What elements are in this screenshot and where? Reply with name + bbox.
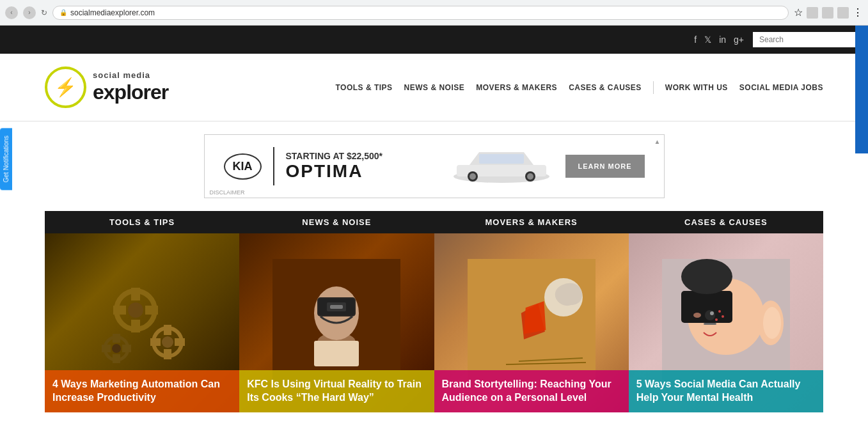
star-icon[interactable]: ☆ <box>794 6 803 19</box>
ad-icon: ▲ <box>654 138 661 145</box>
address-bar[interactable]: 🔒 socialmediaexplorer.com <box>52 6 789 20</box>
card-header-cases-causes: CASES & CAUSES <box>629 211 823 233</box>
autumn-svg <box>468 259 596 387</box>
ad-starting-price: STARTING AT $22,500* <box>286 151 438 161</box>
svg-rect-47 <box>681 259 732 294</box>
svg-rect-24 <box>122 345 131 352</box>
twitter-icon[interactable]: 𝕏 <box>704 35 711 45</box>
facebook-icon[interactable]: f <box>694 35 697 45</box>
svg-point-20 <box>112 344 121 353</box>
nav-work-with-us[interactable]: WORK WITH US <box>665 83 728 92</box>
svg-rect-18 <box>175 338 185 346</box>
site-header: ⚡ social media explorer TOOLS & TIPS NEW… <box>0 54 868 121</box>
url-text: socialmediaexplorer.com <box>70 8 155 17</box>
svg-point-8 <box>128 302 143 318</box>
vr-svg <box>272 259 400 387</box>
browser-actions: ☆ ⋮ <box>794 6 863 19</box>
svg-rect-6 <box>479 154 524 164</box>
svg-rect-21 <box>113 334 120 343</box>
nav-news-noise[interactable]: NEWS & NOISE <box>404 83 465 92</box>
logo-line1: social media <box>93 70 168 81</box>
browser-chrome: ‹ › ↻ 🔒 socialmediaexplorer.com ☆ ⋮ <box>0 0 868 26</box>
extension-icon-2[interactable] <box>822 7 833 19</box>
svg-point-3 <box>470 173 476 180</box>
refresh-button[interactable]: ↻ <box>41 8 47 17</box>
svg-rect-15 <box>164 325 171 335</box>
back-button[interactable]: ‹ <box>5 6 18 19</box>
card-header-tools-tips: TOOLS & TIPS <box>45 211 239 233</box>
svg-point-45 <box>722 315 724 318</box>
card-tools-tips: TOOLS & TIPS <box>45 211 239 412</box>
svg-point-5 <box>527 173 533 180</box>
logo-circle: ⚡ <box>45 66 86 108</box>
svg-point-44 <box>718 310 721 313</box>
ad-disclaimer: DISCLAIMER <box>210 189 245 196</box>
forward-button[interactable]: › <box>23 6 36 19</box>
main-nav: TOOLS & TIPS NEWS & NOISE MOVERS & MAKER… <box>335 81 823 94</box>
svg-rect-22 <box>113 354 120 363</box>
menu-icon[interactable]: ⋮ <box>853 6 863 19</box>
svg-rect-30 <box>330 305 343 309</box>
compass-icon: ⚡ <box>54 77 77 98</box>
extension-icon-3[interactable] <box>837 7 849 19</box>
svg-point-43 <box>693 313 701 318</box>
svg-rect-17 <box>150 338 161 346</box>
nav-tools-tips[interactable]: TOOLS & TIPS <box>335 83 392 92</box>
social-icons: f 𝕏 in g+ <box>694 35 744 45</box>
doll-svg <box>662 259 790 387</box>
card-title-movers-makers: Brand Stortytelling: Reaching Your Audie… <box>434 370 629 412</box>
learn-more-button[interactable]: LEARN MORE <box>565 155 645 178</box>
card-cases-causes: CASES & CAUSES 5 Ways Social Media <box>629 211 823 412</box>
svg-rect-12 <box>145 306 158 315</box>
logo-area: ⚡ social media explorer <box>45 66 168 108</box>
svg-rect-32 <box>314 341 359 366</box>
content-grid: TOOLS & TIPS <box>45 211 823 412</box>
lock-icon: 🔒 <box>59 9 67 16</box>
kia-logo: KIA <box>224 153 262 180</box>
notifications-panel[interactable]: Get Notifications <box>0 128 12 190</box>
svg-rect-16 <box>164 349 171 359</box>
svg-point-49 <box>763 307 781 339</box>
nav-separator <box>653 81 654 94</box>
logo-line2: explorer <box>93 80 168 104</box>
card-title-news-noise: KFC Is Using Virtual Reality to Train It… <box>239 370 434 412</box>
ad-model-name: OPTIMA <box>286 161 438 182</box>
card-header-movers-makers: MOVERS & MAKERS <box>434 211 629 233</box>
card-title-tools-tips: 4 Ways Marketing Automation Can Increase… <box>45 370 239 412</box>
svg-rect-9 <box>131 288 140 301</box>
svg-point-41 <box>710 311 714 315</box>
right-blue-bar <box>855 26 868 153</box>
svg-point-14 <box>162 336 173 348</box>
search-input[interactable] <box>753 32 855 47</box>
nav-movers-makers[interactable]: MOVERS & MAKERS <box>476 83 557 92</box>
linkedin-icon[interactable]: in <box>719 35 726 45</box>
car-svg <box>450 146 553 184</box>
gears-svg <box>78 259 206 387</box>
svg-rect-10 <box>131 320 140 332</box>
svg-rect-42 <box>704 323 716 325</box>
ad-divider <box>273 147 274 185</box>
svg-rect-11 <box>113 306 126 315</box>
extension-icon-1[interactable] <box>807 7 818 19</box>
googleplus-icon[interactable]: g+ <box>734 35 744 45</box>
ad-text-area: STARTING AT $22,500* OPTIMA <box>286 151 438 182</box>
card-title-cases-causes: 5 Ways Social Media Can Actually Help Yo… <box>629 370 823 412</box>
top-bar: f 𝕏 in g+ <box>0 26 868 54</box>
ad-banner: ▲ KIA STARTING AT $22,500* OPTIMA LEARN … <box>204 134 665 198</box>
ad-car-image <box>450 146 553 187</box>
svg-point-40 <box>705 310 715 320</box>
logo-text: social media explorer <box>93 70 168 105</box>
card-movers-makers: MOVERS & MAKERS Brand Stortytelling: Rea… <box>434 211 629 412</box>
card-header-news-noise: NEWS & NOISE <box>239 211 434 233</box>
card-news-noise: NEWS & NOISE KFC Is Using Virtual Realit… <box>239 211 434 412</box>
nav-social-media-jobs[interactable]: SOCIAL MEDIA JOBS <box>739 83 823 92</box>
svg-rect-23 <box>102 345 111 352</box>
svg-point-46 <box>715 318 718 321</box>
nav-cases-causes[interactable]: CASES & CAUSES <box>569 83 642 92</box>
